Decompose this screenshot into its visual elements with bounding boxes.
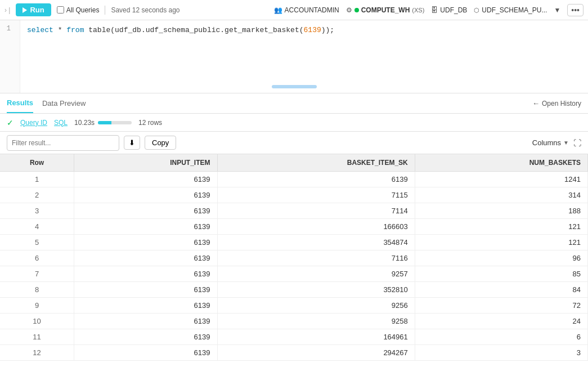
cell-row-7: 8 [0, 282, 74, 298]
table-row: 5 6139 354874 121 [0, 235, 588, 250]
table-row: 11 6139 164961 6 [0, 329, 588, 345]
open-history-btn[interactable]: Open History [532, 99, 581, 108]
compute-label: COMPUTE_WH [361, 6, 410, 14]
schema-dropdown-button[interactable]: ▼ [554, 6, 560, 14]
db-chip: UDF_DB [431, 6, 467, 14]
tab-results[interactable]: Results [7, 93, 33, 113]
db-label: UDF_DB [440, 6, 467, 14]
editor-area: 1 select * from table(udf_db.udf_schema_… [0, 20, 588, 93]
cell-row-10: 11 [0, 329, 74, 345]
col-header-num-baskets: NUM_BASKETS [415, 154, 587, 172]
download-icon [129, 138, 135, 147]
run-button[interactable]: Run [16, 3, 51, 16]
cell-input-item-3: 6139 [74, 219, 217, 235]
all-queries-checkbox-label[interactable]: All Queries [57, 6, 100, 14]
cell-basket-item-sk-11: 294267 [217, 345, 415, 361]
cell-input-item-11: 6139 [74, 345, 217, 361]
cell-input-item-9: 6139 [74, 314, 217, 329]
results-table-container[interactable]: Row INPUT_ITEM BASKET_ITEM_SK NUM_BASKET… [0, 154, 588, 376]
expand-icon [573, 138, 581, 147]
cell-row-0: 1 [0, 172, 74, 187]
table-row: 3 6139 7114 188 [0, 203, 588, 219]
cell-num-baskets-7: 84 [415, 282, 587, 298]
cell-input-item-7: 6139 [74, 282, 217, 298]
table-header-row: Row INPUT_ITEM BASKET_ITEM_SK NUM_BASKET… [0, 154, 588, 172]
expand-button[interactable] [573, 138, 581, 147]
table-row: 8 6139 352810 84 [0, 282, 588, 298]
table-row: 7 6139 9257 85 [0, 266, 588, 282]
cell-num-baskets-6: 85 [415, 266, 587, 282]
line-number-1: 1 [0, 25, 15, 33]
download-button[interactable] [124, 136, 140, 150]
horizontal-scrollbar[interactable] [272, 85, 317, 88]
copy-button[interactable]: Copy [145, 136, 176, 150]
cell-num-baskets-9: 24 [415, 314, 587, 329]
table-row: 4 6139 166603 121 [0, 219, 588, 235]
cell-num-baskets-11: 3 [415, 345, 587, 361]
columns-dropdown-icon: ▼ [563, 140, 569, 146]
run-label: Run [30, 6, 44, 14]
tab-data-preview[interactable]: Data Preview [42, 93, 86, 113]
time-bar: 10.23s [74, 119, 132, 127]
col-header-basket-item-sk: BASKET_ITEM_SK [217, 154, 415, 172]
db-icon [431, 6, 438, 14]
cell-row-5: 6 [0, 250, 74, 266]
compute-chip[interactable]: COMPUTE_WH (XS) [346, 6, 425, 14]
cell-input-item-2: 6139 [74, 203, 217, 219]
query-time: 10.23s [74, 119, 95, 127]
query-id-link[interactable]: Query ID [20, 119, 47, 127]
account-chip: ACCOUNTADMIN [274, 6, 339, 14]
table-row: 10 6139 9258 24 [0, 314, 588, 329]
cell-num-baskets-8: 72 [415, 298, 587, 314]
cell-basket-item-sk-1: 7115 [217, 187, 415, 203]
cell-row-6: 7 [0, 266, 74, 282]
editor-content[interactable]: select * from table(udf_db.udf_schema_pu… [20, 20, 588, 93]
cell-basket-item-sk-10: 164961 [217, 329, 415, 345]
col-header-row: Row [0, 154, 74, 172]
cell-row-2: 3 [0, 203, 74, 219]
sql-link[interactable]: SQL [54, 119, 68, 127]
cell-input-item-1: 6139 [74, 187, 217, 203]
nav-breadcrumb: › | [5, 6, 10, 14]
cell-input-item-8: 6139 [74, 298, 217, 314]
columns-button[interactable]: Columns ▼ [532, 138, 569, 147]
cell-num-baskets-10: 6 [415, 329, 587, 345]
play-icon [23, 7, 27, 13]
cell-input-item-0: 6139 [74, 172, 217, 187]
cell-num-baskets-5: 96 [415, 250, 587, 266]
select-kw: select [27, 26, 53, 34]
cell-input-item-10: 6139 [74, 329, 217, 345]
cell-num-baskets-1: 314 [415, 187, 587, 203]
table-fn: table(udf_db.udf_schema_public.get_marke… [88, 26, 303, 34]
closing: )); [321, 26, 334, 34]
cell-num-baskets-4: 121 [415, 235, 587, 250]
cell-row-3: 4 [0, 219, 74, 235]
cell-num-baskets-2: 188 [415, 203, 587, 219]
cell-basket-item-sk-9: 9258 [217, 314, 415, 329]
param-num: 6139 [304, 26, 321, 34]
table-row: 6 6139 7116 96 [0, 250, 588, 266]
cell-basket-item-sk-8: 9256 [217, 298, 415, 314]
cell-input-item-5: 6139 [74, 250, 217, 266]
schema-label: UDF_SCHEMA_PU... [482, 6, 547, 14]
all-queries-checkbox[interactable] [57, 6, 64, 14]
all-queries-label: All Queries [66, 6, 100, 14]
cell-row-9: 10 [0, 314, 74, 329]
cell-row-8: 9 [0, 298, 74, 314]
cell-row-1: 2 [0, 187, 74, 203]
compute-size: (XS) [412, 7, 424, 14]
progress-fill [98, 121, 111, 124]
history-arrow-icon [532, 99, 540, 108]
more-options-button[interactable]: ••• [567, 4, 583, 16]
compute-icon [346, 6, 352, 14]
col-header-input-item: INPUT_ITEM [74, 154, 217, 172]
cell-basket-item-sk-5: 7116 [217, 250, 415, 266]
table-row: 12 6139 294267 3 [0, 345, 588, 361]
results-table: Row INPUT_ITEM BASKET_ITEM_SK NUM_BASKET… [0, 154, 588, 361]
table-row: 2 6139 7115 314 [0, 187, 588, 203]
check-icon: ✓ [7, 118, 14, 127]
filter-input[interactable] [7, 135, 119, 151]
from-kw: from [66, 26, 84, 34]
divider [105, 6, 105, 15]
saved-text: Saved 12 seconds ago [111, 6, 179, 14]
